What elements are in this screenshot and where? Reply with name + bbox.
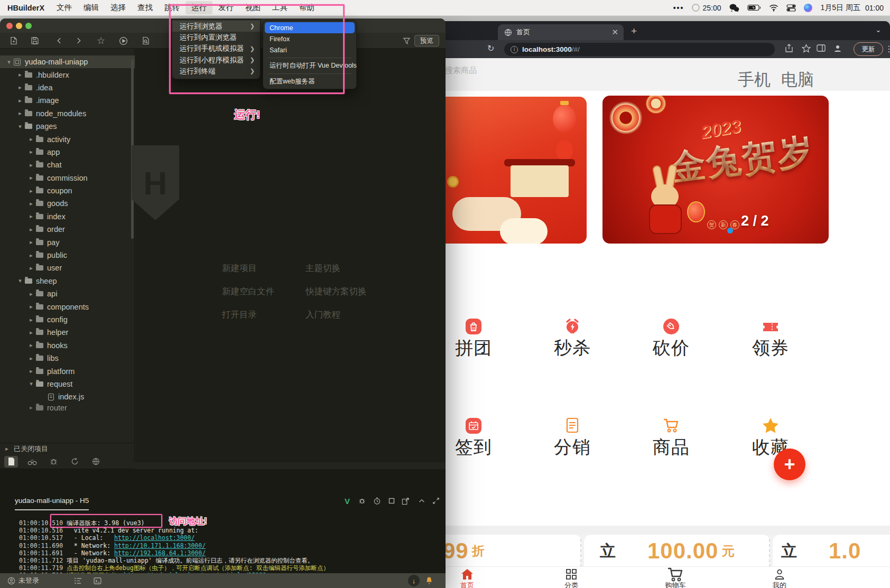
wechat-icon[interactable] (729, 4, 739, 12)
account-icon[interactable] (7, 577, 15, 585)
close-window-button[interactable] (6, 23, 13, 29)
collapse-panel-icon[interactable] (416, 496, 428, 506)
tree-folder-user[interactable]: ▸user (0, 262, 135, 274)
tree-folder-app[interactable]: ▸app (0, 146, 135, 158)
carousel-banner-active[interactable]: 2023 金兔贺岁 贺新春 2 / 2 (602, 96, 829, 244)
tabbar-item-首页[interactable]: 首页 (443, 568, 491, 588)
refresh-icon[interactable] (68, 456, 81, 468)
menubar-date[interactable]: 1月5日 周五 (820, 3, 860, 13)
welcome-shortcut-入门教程[interactable]: 入门教程 (305, 309, 340, 321)
tree-folder-yudao-mall-uniapp[interactable]: ▾yudao-mall-uniapp (0, 55, 135, 68)
carousel-banner-left[interactable] (438, 97, 587, 244)
welcome-shortcut-新建项目[interactable]: 新建项目 (222, 263, 257, 274)
save-icon[interactable] (29, 35, 41, 46)
filter-funnel-icon[interactable] (400, 35, 413, 46)
tabbar-item-我的[interactable]: 我的 (756, 568, 803, 588)
goto-file-icon[interactable] (140, 35, 152, 46)
tree-folder-public[interactable]: ▸public (0, 249, 135, 262)
tab-close-icon[interactable]: ✕ (611, 27, 618, 37)
menubar-item-选择[interactable]: 选择 (105, 1, 132, 14)
restart-run-icon[interactable] (371, 496, 383, 506)
zoom-window-button[interactable] (25, 23, 32, 29)
tree-folder-.idea[interactable]: ▸.idea (0, 81, 135, 94)
tabbar-item-分类[interactable]: 分类 (548, 568, 595, 588)
menu-item-秒杀[interactable]: 秒杀 (533, 315, 612, 360)
hot-keyword[interactable]: 手机 (738, 69, 771, 91)
hot-keywords[interactable]: 手机电脑 (738, 69, 814, 91)
files-view-icon[interactable] (4, 456, 18, 468)
browser-menu-icon[interactable]: ⋮ (885, 44, 890, 54)
preview-button[interactable]: 预览 (414, 35, 439, 46)
download-status-icon[interactable]: ↓ (408, 575, 420, 586)
tree-folder-components[interactable]: ▸components (0, 300, 135, 313)
coupon-card[interactable]: 立1.0 (773, 535, 890, 567)
export-log-icon[interactable] (400, 496, 411, 506)
tree-folder-chat[interactable]: ▸chat (0, 158, 135, 171)
bookmark-star-icon[interactable] (802, 44, 811, 53)
console-tab[interactable]: yudao-mall-uniapp - H5 (15, 497, 89, 510)
siri-icon[interactable] (804, 4, 812, 12)
tabbar-item-购物车[interactable]: 购物车 (652, 568, 699, 588)
side-panel-icon[interactable] (817, 44, 826, 52)
vue-devtools-icon[interactable]: V (341, 496, 353, 506)
tree-folder-config[interactable]: ▸config (0, 313, 135, 326)
log-link[interactable]: http://10.171.1.168:3000/ (114, 542, 206, 549)
expand-panel-icon[interactable] (430, 496, 442, 506)
tree-folder-order[interactable]: ▸order (0, 223, 135, 236)
menubar-time[interactable]: 01:00 (865, 4, 884, 12)
menubar-item-查找[interactable]: 查找 (132, 1, 159, 14)
tree-folder-node_modules[interactable]: ▸node_modules (0, 107, 135, 120)
login-status[interactable]: 未登录 (18, 576, 39, 585)
forward-icon[interactable] (72, 35, 85, 46)
chrome-update-button[interactable]: 更新 (854, 42, 883, 56)
tree-folder-api[interactable]: ▸api (0, 287, 135, 300)
menu-item-砍价[interactable]: 砍价 (632, 315, 711, 360)
overflow-dots-icon[interactable]: ••• (673, 4, 684, 12)
profile-avatar-icon[interactable] (833, 44, 842, 53)
focus-timer[interactable]: 25:00 (692, 4, 721, 12)
search-binoculars-icon[interactable] (25, 456, 39, 468)
tree-folder-commission[interactable]: ▸commission (0, 172, 135, 184)
tree-folder-.image[interactable]: ▸.image (0, 94, 135, 107)
log-link[interactable]: http://192.168.64.1:3000/ (114, 549, 206, 557)
welcome-shortcut-主题切换[interactable]: 主题切换 (305, 263, 340, 274)
browser-tab[interactable]: 首页 ✕ (498, 24, 624, 40)
menubar-item-编辑[interactable]: 编辑 (78, 1, 105, 14)
menu-item-签到[interactable]: 签到 (438, 415, 513, 460)
tree-folder-helper[interactable]: ▸helper (0, 326, 135, 339)
new-tab-icon[interactable]: + (631, 25, 637, 37)
web-globe-icon[interactable] (89, 456, 103, 468)
floating-add-button[interactable]: + (774, 449, 805, 480)
search-input[interactable]: 搜索商品 (445, 66, 477, 76)
tree-folder-pages[interactable]: ▾pages (0, 120, 135, 133)
coupon-card[interactable]: 99折 (438, 535, 581, 567)
tree-folder-sheep[interactable]: ▾sheep (0, 275, 135, 287)
reload-icon[interactable]: ↻ (487, 43, 494, 53)
favorites-star-icon[interactable]: ☆ (95, 35, 107, 46)
welcome-shortcut-新建空白文件[interactable]: 新建空白文件 (222, 286, 274, 297)
back-icon[interactable] (53, 35, 66, 46)
tree-folder-goods[interactable]: ▸goods (0, 197, 135, 210)
tree-folder-request[interactable]: ▾request (0, 378, 135, 390)
control-center-icon[interactable] (786, 4, 796, 12)
tree-file-index.js[interactable]: index.js (0, 390, 135, 403)
coupon-card[interactable]: 立100.00元 (584, 535, 770, 567)
tree-folder-index[interactable]: ▸index (0, 210, 135, 223)
welcome-shortcut-打开目录[interactable]: 打开目录 (222, 309, 257, 321)
share-icon[interactable] (785, 44, 793, 53)
menu-item-领券[interactable]: 领券 (731, 315, 810, 360)
log-link[interactable]: http://localhost:3000/ (114, 534, 194, 542)
hot-keyword[interactable]: 电脑 (781, 69, 814, 91)
url-bar[interactable]: i localhost:3000/#/ (504, 43, 775, 56)
closed-projects-section[interactable]: ▸ 已关闭项目 (0, 443, 135, 454)
welcome-shortcut-快捷键方案切换[interactable]: 快捷键方案切换 (305, 286, 367, 297)
new-file-icon[interactable] (7, 35, 20, 46)
menubar-item-文件[interactable]: 文件 (51, 1, 78, 14)
tab-search-chevron-icon[interactable]: ⌄ (875, 25, 882, 34)
notification-bell-icon[interactable] (423, 575, 435, 586)
stop-icon[interactable] (386, 496, 397, 506)
terminal-icon[interactable] (94, 577, 101, 584)
menu-item-分销[interactable]: 分销 (533, 415, 612, 460)
tree-folder-pay[interactable]: ▸pay (0, 236, 135, 248)
menu-item-拼团[interactable]: 团拼团 (438, 315, 513, 360)
